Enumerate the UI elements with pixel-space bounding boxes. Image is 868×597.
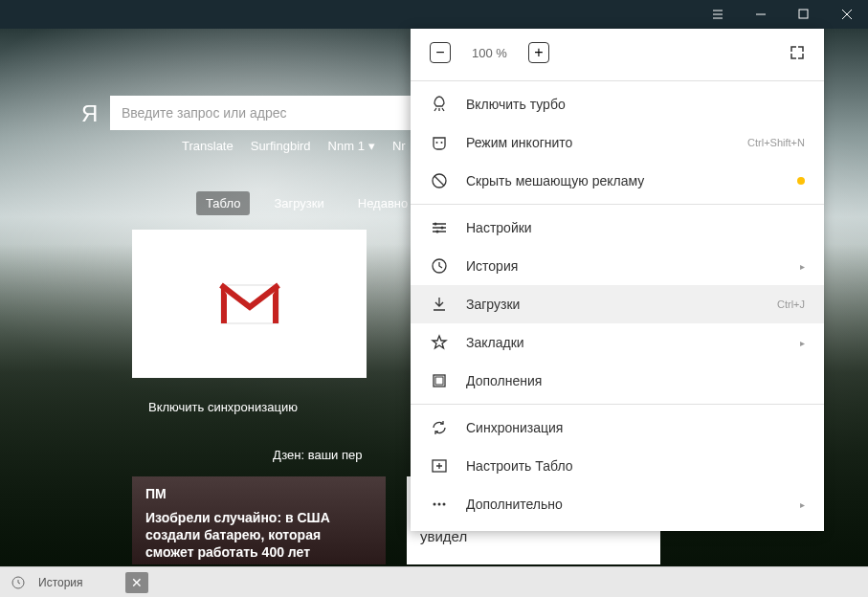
svg-point-12	[434, 503, 436, 506]
hamburger-menu-button[interactable]	[696, 0, 739, 29]
close-icon	[841, 9, 853, 20]
fullscreen-icon[interactable]	[790, 45, 805, 60]
nav-nnm[interactable]: Nnm 1 ▾	[328, 139, 375, 153]
window-titlebar	[0, 0, 868, 29]
maximize-icon	[798, 9, 810, 20]
menu-history[interactable]: История ▸	[411, 247, 824, 285]
menu-adblock[interactable]: Скрыть мешающую рекламу	[411, 162, 824, 200]
hamburger-icon	[712, 9, 723, 20]
rocket-icon	[430, 95, 449, 114]
bottombar-label[interactable]: История	[38, 576, 83, 589]
menu-more[interactable]: Дополнительно ▸	[411, 485, 824, 523]
tab-downloads[interactable]: Загрузки	[264, 191, 333, 215]
history-icon	[430, 256, 449, 276]
addons-icon	[430, 371, 449, 390]
bottom-bar: История ✕	[0, 566, 868, 597]
settings-icon	[430, 218, 449, 237]
menu-sync[interactable]: Синхронизация	[411, 409, 824, 447]
svg-point-2	[436, 142, 438, 144]
clock-icon	[11, 576, 25, 589]
menu-incognito[interactable]: Режим инкогнито Ctrl+Shift+N	[411, 123, 824, 162]
nav-nr[interactable]: Nr	[392, 139, 406, 153]
yandex-logo[interactable]: Я	[81, 100, 98, 127]
zoom-out-button[interactable]: −	[430, 42, 451, 63]
zen-label: Дзен: ваши пер	[273, 448, 362, 462]
close-button[interactable]	[825, 0, 868, 29]
zoom-row: − 100 % +	[411, 29, 824, 77]
news-card-1[interactable]: ПМ Изобрели случайно: в США создали бата…	[132, 476, 386, 564]
gmail-tile[interactable]	[132, 230, 367, 378]
bookmark-bar: Translate Surfingbird Nnm 1 ▾ Nr	[182, 139, 406, 153]
svg-rect-10	[435, 377, 443, 385]
nav-surfingbird[interactable]: Surfingbird	[251, 139, 311, 153]
zoom-in-button[interactable]: +	[528, 42, 549, 63]
zoom-value: 100 %	[472, 46, 507, 60]
menu-turbo[interactable]: Включить турбо	[411, 85, 824, 123]
minimize-button[interactable]	[739, 0, 782, 29]
incognito-icon	[430, 133, 449, 152]
main-menu: − 100 % + Включить турбо Режим инкогнито…	[411, 29, 824, 531]
menu-bookmarks[interactable]: Закладки ▸	[411, 323, 824, 362]
menu-settings[interactable]: Настройки	[411, 209, 824, 247]
nav-translate[interactable]: Translate	[182, 139, 234, 153]
chevron-right-icon: ▸	[800, 261, 805, 272]
menu-addons[interactable]: Дополнения	[411, 362, 824, 400]
block-icon	[430, 171, 449, 190]
menu-customize-tablo[interactable]: Настроить Табло	[411, 447, 824, 485]
chevron-right-icon: ▸	[800, 338, 805, 348]
menu-downloads[interactable]: Загрузки Ctrl+J	[411, 285, 824, 323]
notification-dot-icon	[797, 177, 805, 185]
svg-point-3	[441, 142, 443, 144]
shortcut-label: Ctrl+J	[777, 298, 805, 310]
tab-tablo[interactable]: Табло	[196, 191, 250, 215]
star-icon	[430, 333, 449, 352]
svg-point-5	[434, 223, 437, 226]
shortcut-label: Ctrl+Shift+N	[747, 137, 805, 148]
download-icon	[430, 295, 449, 314]
bottombar-close-button[interactable]: ✕	[125, 572, 148, 593]
svg-point-7	[436, 231, 439, 233]
svg-point-14	[443, 503, 446, 506]
chevron-down-icon: ▾	[368, 139, 375, 153]
add-tile-icon	[430, 456, 449, 475]
sync-label[interactable]: Включить синхронизацию	[148, 400, 298, 414]
news-title: Изобрели случайно: в США создали батарею…	[145, 509, 372, 562]
content-tabs: Табло Загрузки Недавно за	[196, 191, 434, 215]
chevron-right-icon: ▸	[800, 499, 805, 510]
more-icon	[430, 495, 449, 514]
sync-icon	[430, 418, 449, 437]
svg-point-6	[441, 227, 444, 230]
minimize-icon	[755, 9, 767, 20]
gmail-icon	[216, 280, 283, 328]
svg-point-13	[438, 503, 441, 506]
svg-rect-0	[799, 10, 808, 18]
news-source-icon: ПМ	[145, 486, 372, 501]
maximize-button[interactable]	[782, 0, 825, 29]
